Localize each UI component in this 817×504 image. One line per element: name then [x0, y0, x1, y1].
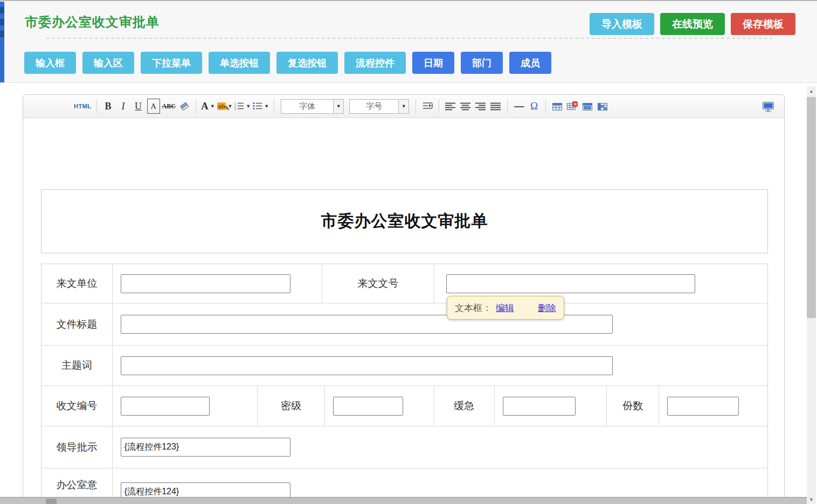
add-department-button[interactable]: 部门: [461, 52, 503, 74]
chevron-down-icon: ▼: [246, 103, 251, 109]
vertical-scrollbar[interactable]: ▲ ▼: [807, 86, 816, 504]
add-input-box-button[interactable]: 输入框: [24, 52, 76, 74]
template-actions: 导入模板 在线预览 保存模板: [590, 13, 795, 35]
italic-icon[interactable]: I: [117, 99, 130, 114]
form-title-box: 市委办公室收文审批单: [41, 189, 768, 253]
insert-table-icon[interactable]: [551, 99, 564, 114]
leader-instructions-input[interactable]: [121, 438, 290, 457]
cell-label: 来文单位: [41, 264, 113, 303]
add-textarea-button[interactable]: 输入区: [82, 52, 134, 74]
header: 市委办公室收文审批单 导入模板 在线预览 保存模板 输入框 输入区 下拉菜单 单…: [4, 2, 817, 83]
add-checkbox-button[interactable]: 复选按钮: [276, 52, 338, 74]
font-color-icon[interactable]: A▼: [201, 99, 215, 114]
svg-text:✕: ✕: [573, 102, 577, 107]
add-flow-control-button[interactable]: 流程控件: [344, 52, 406, 74]
toolbar-separator: [545, 99, 546, 113]
cell-input: [113, 303, 767, 345]
ordered-list-icon[interactable]: 123 ▼: [234, 99, 251, 114]
form-table: 来文单位 来文文号 文件标题: [41, 264, 768, 504]
align-left-icon[interactable]: [444, 99, 457, 114]
incoming-doc-number-input[interactable]: [446, 274, 695, 293]
cell-label: 份数: [607, 386, 659, 426]
strikethrough-icon[interactable]: ABC: [162, 99, 176, 114]
toolbar-separator: [439, 99, 439, 113]
delete-table-icon[interactable]: ✕: [566, 99, 579, 114]
scroll-up-arrow-icon[interactable]: ▲: [807, 86, 816, 95]
cell-label: 收文编号: [41, 386, 113, 426]
tooltip-label: 文本框：: [455, 302, 491, 314]
toolbar-separator: [416, 99, 416, 113]
cell-input: [659, 386, 767, 426]
delete-link[interactable]: 删除: [538, 302, 556, 314]
horizontal-rule-icon[interactable]: —: [513, 99, 525, 114]
toolbar-separator: [507, 99, 508, 113]
control-buttons-row: 输入框 输入区 下拉菜单 单选按钮 复选按钮 流程控件 日期 部门 成员: [24, 52, 551, 74]
add-date-button[interactable]: 日期: [412, 52, 454, 74]
eraser-icon[interactable]: [178, 99, 191, 114]
chevron-down-icon: ▼: [333, 100, 343, 113]
table-row: 主题词: [41, 346, 767, 386]
chevron-down-icon: ▼: [264, 103, 269, 109]
unordered-list-icon[interactable]: ▼: [253, 99, 269, 114]
font-size-select[interactable]: 字号 ▼: [349, 99, 409, 114]
add-member-button[interactable]: 成员: [509, 52, 551, 74]
table-row: 收文编号 密级 缓急 份数: [41, 386, 767, 426]
editor-content[interactable]: 市委办公室收文审批单 来文单位 来文文号 文件标题: [23, 118, 784, 504]
page-title: 市委办公室收文审批单: [25, 13, 160, 31]
import-template-button[interactable]: 导入模板: [590, 13, 654, 35]
font-family-select[interactable]: 字体 ▼: [281, 99, 344, 114]
table-row: 文件标题: [41, 303, 767, 346]
underline-icon[interactable]: U: [132, 99, 145, 114]
edit-link[interactable]: 编辑: [496, 302, 514, 314]
char-style-icon[interactable]: A: [147, 99, 160, 114]
align-right-icon[interactable]: [474, 99, 487, 114]
scrollbar-thumb[interactable]: [807, 97, 816, 318]
copies-input[interactable]: [667, 397, 739, 416]
add-radio-button[interactable]: 单选按钮: [209, 52, 270, 74]
table-row: 来文单位 来文文号: [41, 264, 767, 303]
receipt-number-input[interactable]: [121, 397, 210, 416]
cell-input: [113, 264, 322, 303]
cell-input: [495, 386, 607, 426]
app-window: 市委办公室收文审批单 导入模板 在线预览 保存模板 输入框 输入区 下拉菜单 单…: [0, 0, 817, 504]
fullscreen-icon[interactable]: [761, 99, 774, 114]
window-bottom-edge: [0, 497, 807, 504]
cell-input: [113, 386, 258, 426]
toolbar-separator: [274, 99, 274, 113]
cell-label: 来文文号: [322, 264, 434, 303]
highlight-color-icon[interactable]: ab✎▼: [217, 99, 233, 114]
urgency-input[interactable]: [503, 397, 576, 416]
editor-toolbar: HTML B I U A ABC A▼ ab✎▼ 123 ▼ ▼ 字体: [23, 95, 784, 118]
svg-text:3: 3: [234, 107, 236, 111]
chevron-down-icon: ▼: [210, 103, 215, 109]
indent-icon[interactable]: [421, 99, 434, 114]
incoming-unit-input[interactable]: [121, 274, 290, 293]
cell-properties-icon[interactable]: [596, 99, 609, 114]
pencil-icon: ✎: [224, 105, 230, 112]
toolbar-separator: [96, 99, 97, 113]
align-justify-icon[interactable]: [489, 99, 502, 114]
cell-input: [113, 346, 767, 385]
table-properties-icon[interactable]: [581, 99, 594, 114]
control-tooltip: 文本框： 编辑 删除: [447, 296, 564, 320]
cell-label: 密级: [258, 386, 325, 426]
header-divider: [46, 38, 773, 39]
add-dropdown-button[interactable]: 下拉菜单: [141, 52, 202, 74]
cell-label: 文件标题: [41, 303, 113, 345]
cell-label: 缓急: [434, 386, 495, 426]
subject-words-input[interactable]: [121, 356, 613, 375]
html-source-icon[interactable]: HTML: [74, 99, 92, 114]
toolbar-separator: [196, 99, 196, 113]
scroll-down-arrow-icon[interactable]: ▼: [807, 495, 816, 504]
background-window-strip: [0, 2, 4, 82]
save-template-button[interactable]: 保存模板: [731, 13, 795, 35]
cell-label: 领导批示: [41, 426, 113, 468]
chevron-down-icon: ▼: [398, 100, 408, 113]
cell-label: 主题词: [41, 346, 113, 385]
cell-input: [113, 426, 767, 468]
online-preview-button[interactable]: 在线预览: [660, 13, 725, 35]
bold-icon[interactable]: B: [102, 99, 115, 114]
special-character-icon[interactable]: Ω: [528, 99, 541, 114]
security-level-input[interactable]: [333, 397, 403, 416]
align-center-icon[interactable]: [459, 99, 472, 114]
